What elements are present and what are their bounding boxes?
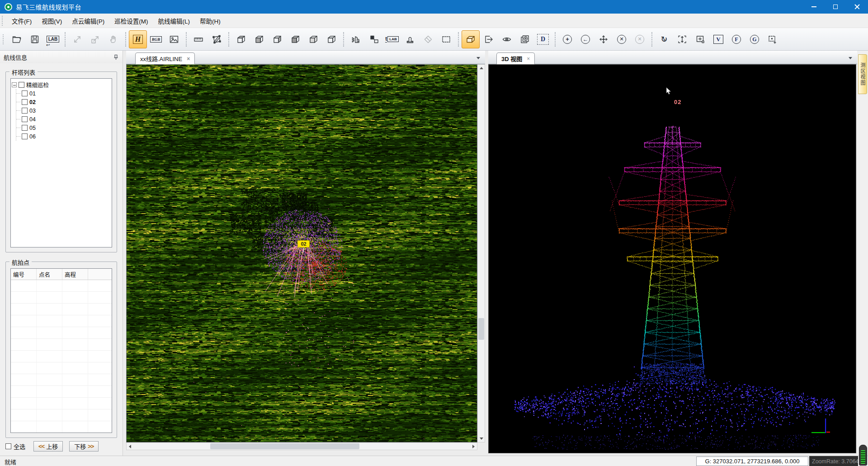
select-all[interactable]: 全选 xyxy=(5,442,25,451)
tab-airline[interactable]: xx线路.AIRLINE × xyxy=(135,52,195,64)
record-view-button[interactable] xyxy=(516,30,534,48)
view3d-pointcloud-canvas[interactable] xyxy=(489,65,856,453)
table-row[interactable] xyxy=(11,315,112,327)
table-row[interactable] xyxy=(11,386,112,398)
delete-waypoint-button[interactable]: ✕ xyxy=(613,30,631,48)
view-left-button[interactable] xyxy=(304,30,322,48)
d-mode-button[interactable]: D xyxy=(534,30,552,48)
table-row[interactable] xyxy=(11,374,112,386)
collapsed-panel-tab[interactable]: 测区视图 xyxy=(858,54,867,94)
tree-root-checkbox[interactable] xyxy=(19,82,24,88)
stamp-points-button[interactable] xyxy=(401,30,419,48)
fit-height-button[interactable] xyxy=(673,30,691,48)
select-points-button[interactable] xyxy=(365,30,383,48)
view3d-tab-dropdown-button[interactable] xyxy=(846,55,854,61)
plan-pointcloud-canvas[interactable] xyxy=(127,65,477,442)
plan-vertical-scrollbar[interactable] xyxy=(477,64,485,442)
table-row[interactable] xyxy=(11,327,112,339)
tree-root-row[interactable]: 精细巡检 xyxy=(12,81,111,89)
close-button[interactable] xyxy=(846,0,868,14)
zoom-window-button[interactable] xyxy=(86,30,104,48)
menu-inspection-settings[interactable]: 巡检设置(M) xyxy=(109,14,153,28)
cube-view-button[interactable] xyxy=(462,30,480,48)
tree-item-04[interactable]: 04 xyxy=(16,115,111,124)
table-row[interactable] xyxy=(11,292,112,304)
tab-close-icon[interactable]: × xyxy=(187,56,190,62)
table-row[interactable] xyxy=(11,398,112,409)
item-checkbox[interactable] xyxy=(22,99,28,105)
waypoint-table[interactable]: 编号 点名 高程 xyxy=(10,268,112,433)
tab-3d-view[interactable]: 3D 视图 × xyxy=(496,52,535,64)
measure-area-button[interactable] xyxy=(208,30,226,48)
scroll-thumb[interactable] xyxy=(478,318,484,340)
delete-all-waypoints-button[interactable]: ✕ xyxy=(631,30,649,48)
toolbar-grip[interactable] xyxy=(3,34,4,44)
erase-points-button[interactable] xyxy=(419,30,437,48)
zoom-throttle-indicator[interactable] xyxy=(859,445,867,466)
tower-marker-02[interactable]: 02 xyxy=(297,240,310,247)
add-waypoint-button[interactable]: + xyxy=(558,30,576,48)
prev-waypoint-button[interactable]: ← xyxy=(576,30,594,48)
plan-viewport[interactable]: 02 xyxy=(126,64,477,442)
tree-item-02[interactable]: 02 xyxy=(16,98,111,106)
tab-close-icon[interactable]: × xyxy=(527,56,530,62)
label-points-button[interactable]: t LAB xyxy=(383,30,401,48)
g-mode-button[interactable]: G xyxy=(745,30,764,48)
image-render-button[interactable] xyxy=(165,30,183,48)
move-down-button[interactable]: 下移 >> xyxy=(69,441,99,452)
table-row[interactable] xyxy=(11,280,112,292)
add-region-button[interactable] xyxy=(691,30,709,48)
move-waypoint-button[interactable] xyxy=(594,30,613,48)
scroll-up-button[interactable] xyxy=(478,65,485,71)
save-lab-button[interactable]: LAB ↩ xyxy=(44,30,62,48)
view-top-button[interactable] xyxy=(232,30,250,48)
export-view-button[interactable] xyxy=(480,30,498,48)
pushpin-icon[interactable] xyxy=(113,54,119,60)
rgb-render-button[interactable]: RGB xyxy=(147,30,165,48)
show-points-button[interactable] xyxy=(498,30,516,48)
menu-file[interactable]: 文件(F) xyxy=(7,14,37,28)
table-row[interactable] xyxy=(11,304,112,315)
scroll-thumb[interactable] xyxy=(210,443,359,449)
col-elevation[interactable]: 高程 xyxy=(62,269,88,280)
maximize-button[interactable] xyxy=(825,0,846,14)
classify-points-button[interactable] xyxy=(347,30,365,48)
view-right-button[interactable] xyxy=(322,30,340,48)
tree-item-03[interactable]: 03 xyxy=(16,106,111,115)
menu-route-edit[interactable]: 航线编辑(L) xyxy=(153,14,195,28)
v-mode-button[interactable]: V xyxy=(709,30,727,48)
table-row[interactable] xyxy=(11,351,112,362)
scroll-right-button[interactable] xyxy=(470,443,477,450)
pan-button[interactable] xyxy=(104,30,123,48)
view-back-button[interactable] xyxy=(286,30,304,48)
item-checkbox[interactable] xyxy=(22,108,28,114)
tree-item-05[interactable]: 05 xyxy=(16,124,111,132)
measure-distance-button[interactable] xyxy=(189,30,208,48)
locate-button[interactable] xyxy=(764,30,782,48)
select-all-checkbox[interactable] xyxy=(5,443,11,449)
item-checkbox[interactable] xyxy=(22,90,28,96)
height-render-button[interactable]: H xyxy=(129,30,147,48)
view-front-button[interactable] xyxy=(268,30,286,48)
item-checkbox[interactable] xyxy=(22,133,28,139)
col-name[interactable]: 点名 xyxy=(37,269,62,280)
tree-collapse-icon[interactable] xyxy=(12,82,17,87)
menu-pointcloud-edit[interactable]: 点云编辑(P) xyxy=(67,14,109,28)
col-number[interactable]: 编号 xyxy=(11,269,37,280)
tree-item-06[interactable]: 06 xyxy=(16,132,111,141)
view3d-viewport[interactable]: 02 xyxy=(488,64,856,453)
item-checkbox[interactable] xyxy=(22,116,28,122)
scroll-left-button[interactable] xyxy=(127,443,133,450)
f-mode-button[interactable]: F xyxy=(727,30,745,48)
save-button[interactable] xyxy=(26,30,44,48)
item-checkbox[interactable] xyxy=(22,125,28,131)
move-up-button[interactable]: << 上移 xyxy=(33,441,63,452)
plan-tab-dropdown-button[interactable] xyxy=(474,55,482,61)
zoom-extents-button[interactable] xyxy=(68,30,86,48)
table-row[interactable] xyxy=(11,421,112,433)
open-file-button[interactable] xyxy=(8,30,26,48)
menu-help[interactable]: 帮助(H) xyxy=(195,14,226,28)
table-row[interactable] xyxy=(11,409,112,421)
rect-select-button[interactable] xyxy=(437,30,455,48)
tree-item-01[interactable]: 01 xyxy=(16,89,111,98)
